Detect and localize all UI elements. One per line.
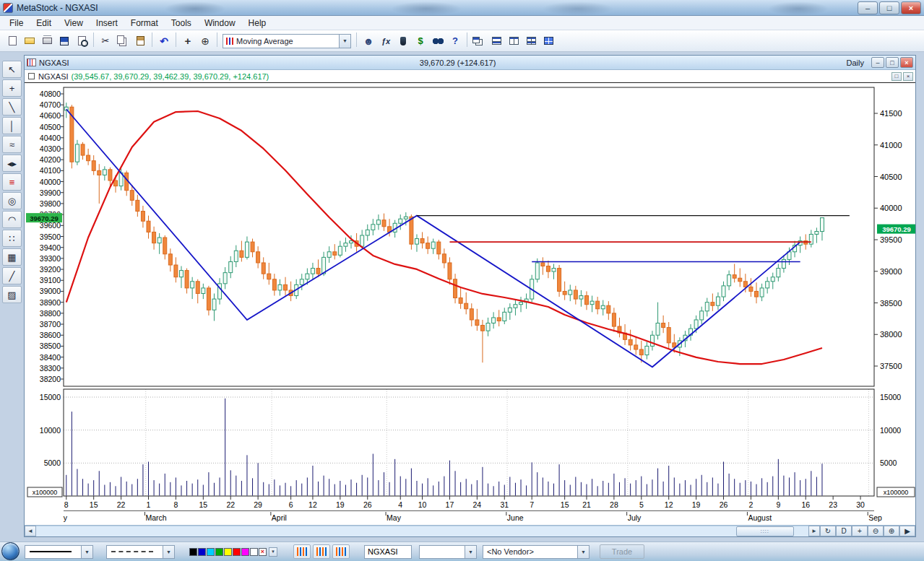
cut-button[interactable]: ✂ — [97, 32, 114, 50]
svg-text:40800: 40800 — [40, 90, 61, 98]
periodicity-label: Daily — [847, 58, 864, 67]
pan-button[interactable]: + — [852, 526, 868, 536]
crosshair-tool[interactable]: + — [2, 79, 22, 97]
svg-text:38300: 38300 — [40, 364, 61, 373]
menu-help[interactable]: Help — [242, 17, 273, 30]
color-swatch-4[interactable] — [224, 548, 232, 556]
indicator-combobox[interactable]: Moving Average ▼ — [223, 34, 351, 48]
paste-button[interactable] — [131, 32, 149, 50]
scrollbar-thumb[interactable]: ∷∷ — [736, 526, 794, 536]
zoom-out-button[interactable]: ⊖ — [868, 526, 884, 536]
no-color-swatch[interactable]: × — [259, 548, 267, 556]
maximize-button[interactable]: □ — [879, 1, 899, 14]
zigzag-tool[interactable]: ≈ — [2, 136, 22, 153]
periodicity-button[interactable]: D — [836, 526, 852, 536]
expert-advisor-button[interactable]: ☻ — [360, 32, 377, 50]
undo-button[interactable]: ↶ — [155, 32, 173, 50]
tile-vertical-button[interactable] — [505, 32, 522, 50]
minimize-button[interactable]: – — [858, 1, 878, 14]
menu-file[interactable]: File — [3, 17, 30, 30]
chart-close-button[interactable]: × — [900, 57, 913, 68]
trade-button[interactable]: Trade — [600, 544, 644, 559]
scrollbar-track[interactable]: ∷∷ — [36, 526, 808, 536]
fibonacci-tool[interactable]: ≡ — [2, 173, 22, 191]
chevron-down-icon[interactable]: ▼ — [269, 547, 277, 557]
explorer-button[interactable] — [429, 32, 446, 50]
color-swatch-3[interactable] — [215, 548, 223, 556]
svg-text:5000: 5000 — [880, 458, 897, 467]
cascade-windows-button[interactable] — [470, 32, 488, 50]
tile-grid-button[interactable] — [522, 32, 540, 50]
downloader-button[interactable] — [394, 32, 412, 50]
svg-text:39200: 39200 — [40, 265, 61, 274]
menu-edit[interactable]: Edit — [30, 17, 58, 30]
chart-restore-button[interactable]: □ — [886, 57, 899, 68]
new-chart-button[interactable] — [4, 32, 21, 50]
color-swatch-7[interactable] — [250, 548, 258, 556]
quadrant-tool[interactable]: ∷ — [2, 230, 22, 247]
start-orb[interactable] — [1, 542, 20, 560]
menu-tools[interactable]: Tools — [165, 17, 198, 30]
pan-button[interactable]: + — [179, 32, 197, 50]
close-button[interactable]: × — [901, 1, 921, 14]
chevron-down-icon[interactable]: ▼ — [81, 546, 92, 558]
chevron-down-icon[interactable]: ▼ — [339, 35, 350, 48]
zoom-button[interactable]: ⊕ — [197, 32, 214, 50]
color-swatch-5[interactable] — [233, 548, 241, 556]
svg-text:9: 9 — [776, 500, 780, 509]
chevron-down-icon[interactable]: ▼ — [577, 546, 589, 558]
chevron-down-icon[interactable]: ▼ — [465, 546, 476, 558]
scroll-tools[interactable]: ◂▸ — [2, 155, 22, 172]
save-button[interactable] — [56, 32, 73, 50]
chart-minimize-button[interactable]: – — [871, 57, 884, 68]
symbol-input[interactable] — [364, 545, 412, 559]
menu-view[interactable]: View — [58, 17, 90, 30]
expand-button[interactable]: ▶ — [899, 526, 915, 536]
color-swatch-6[interactable] — [241, 548, 249, 556]
help-pointer-button[interactable]: ? — [446, 32, 464, 50]
copy-button[interactable] — [114, 32, 131, 50]
drawing-tool-palette: ↖+╲│≈◂▸≡◎◠∷▦╱▨ — [1, 61, 23, 303]
svg-text:12: 12 — [665, 500, 673, 509]
indicator-builder-button[interactable]: ƒx — [377, 32, 394, 50]
mini-chart-button-1[interactable] — [293, 544, 311, 559]
spiral-tool[interactable]: ◎ — [2, 192, 22, 209]
vendor-select[interactable]: <No Vendor> ▼ — [483, 545, 590, 559]
chart-plot-area[interactable] — [64, 87, 874, 496]
system-tester-button[interactable]: $ — [412, 32, 429, 50]
line-style-select[interactable]: ▼ — [106, 545, 175, 559]
tile-horizontal-button[interactable] — [488, 32, 505, 50]
inner-restore-button[interactable]: □ — [891, 72, 902, 81]
zoom-in-button[interactable]: ⊕ — [884, 526, 899, 536]
menu-window[interactable]: Window — [198, 17, 242, 30]
scroll-left-button[interactable]: ◄ — [25, 526, 36, 536]
hatch-tool[interactable]: ▨ — [2, 286, 22, 303]
mini-chart-button-2[interactable] — [313, 544, 330, 559]
menu-insert[interactable]: Insert — [90, 17, 124, 30]
trendline-tool[interactable]: ╲ — [2, 98, 22, 116]
layout-button[interactable] — [540, 32, 557, 50]
mini-chart-button-3[interactable] — [332, 544, 350, 559]
pointer-tool[interactable]: ↖ — [2, 61, 22, 78]
gann-grid-tool[interactable]: ▦ — [2, 248, 22, 266]
open-chart-button[interactable] — [21, 32, 38, 50]
scroll-right-button[interactable]: ► — [808, 526, 820, 536]
print-preview-button[interactable] — [73, 32, 90, 50]
chart-canvas[interactable]: 4080040700406004050040400403004020040100… — [25, 83, 915, 525]
line-weight-select[interactable]: ▼ — [25, 545, 93, 559]
svg-text:1: 1 — [147, 500, 151, 509]
arc-tool[interactable]: ◠ — [2, 211, 22, 228]
print-button[interactable] — [38, 32, 56, 50]
color-swatch-1[interactable] — [198, 548, 206, 556]
inner-close-button[interactable]: × — [903, 72, 913, 81]
svg-text:39670.29: 39670.29 — [882, 225, 911, 233]
chevron-down-icon[interactable]: ▼ — [163, 546, 174, 558]
vertical-line-tool[interactable]: │ — [2, 117, 22, 134]
color-swatch-0[interactable] — [189, 548, 197, 556]
refresh-button[interactable]: ↻ — [820, 526, 836, 536]
menu-format[interactable]: Format — [124, 17, 165, 30]
chart-window-header: NGXASI 39,670.29 (+124.617) Daily – □ × — [25, 56, 915, 70]
pencil-tool[interactable]: ╱ — [2, 267, 22, 284]
period-select[interactable]: ▼ — [419, 545, 477, 559]
color-swatch-2[interactable] — [207, 548, 215, 556]
